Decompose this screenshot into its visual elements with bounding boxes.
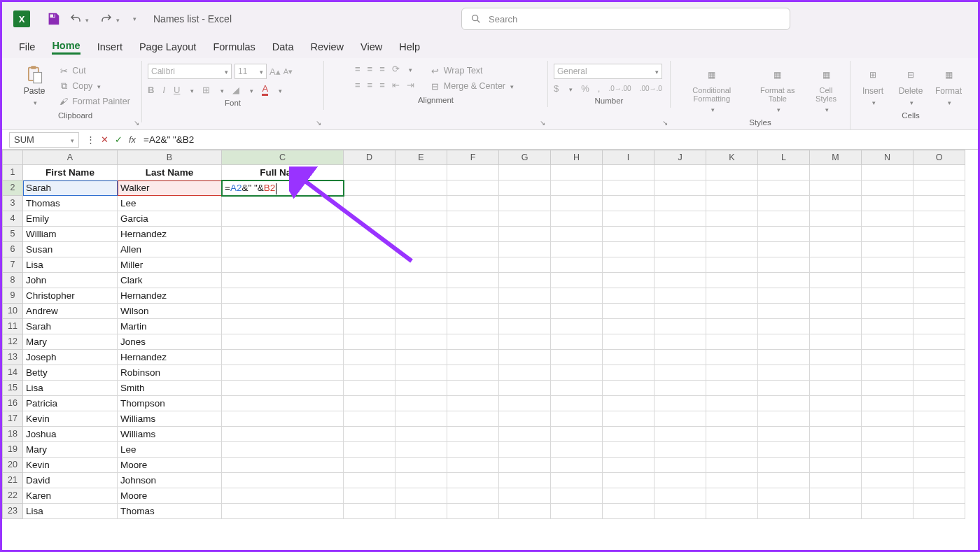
cell-J21[interactable] xyxy=(654,473,706,488)
cell-C15[interactable] xyxy=(222,381,344,396)
font-name-dropdown[interactable]: Calibri xyxy=(148,64,232,79)
cell-A22[interactable]: Karen xyxy=(23,488,118,504)
format-cells-button[interactable]: ▦Format xyxy=(932,64,965,108)
cell-N20[interactable] xyxy=(862,458,913,473)
cell-M17[interactable] xyxy=(810,411,862,427)
cell-J20[interactable] xyxy=(654,458,706,473)
cell-E7[interactable] xyxy=(396,257,447,273)
cell-O4[interactable] xyxy=(913,211,965,227)
cell-I17[interactable] xyxy=(603,411,654,427)
redo-button[interactable] xyxy=(97,11,122,27)
tab-file[interactable]: File xyxy=(19,41,35,52)
cell-G3[interactable] xyxy=(499,196,551,211)
cell-L23[interactable] xyxy=(758,504,810,519)
cell-D23[interactable] xyxy=(344,504,396,519)
cell-D14[interactable] xyxy=(344,365,396,381)
cell-N19[interactable] xyxy=(862,442,913,458)
cell-L3[interactable] xyxy=(758,196,810,211)
cell-D10[interactable] xyxy=(344,304,396,319)
cell-L4[interactable] xyxy=(758,211,810,227)
cell-L15[interactable] xyxy=(758,381,810,396)
row-header-17[interactable]: 17 xyxy=(2,411,23,427)
cell-K11[interactable] xyxy=(706,319,758,334)
cell-I18[interactable] xyxy=(603,427,654,442)
cell-N7[interactable] xyxy=(862,257,913,273)
cell-N4[interactable] xyxy=(862,211,913,227)
increase-font-icon[interactable]: A▴ xyxy=(270,66,281,77)
cell-L9[interactable] xyxy=(758,288,810,304)
cell-A12[interactable]: Mary xyxy=(23,334,118,350)
cell-K9[interactable] xyxy=(706,288,758,304)
cell-O10[interactable] xyxy=(913,304,965,319)
cell-G8[interactable] xyxy=(499,273,551,288)
alignment-dialog-launcher[interactable]: ↘ xyxy=(540,119,545,127)
cell-D21[interactable] xyxy=(344,473,396,488)
cell-C8[interactable] xyxy=(222,273,344,288)
cell-B6[interactable]: Allen xyxy=(118,242,222,257)
cell-E2[interactable] xyxy=(396,181,447,196)
cell-K18[interactable] xyxy=(706,427,758,442)
cell-B15[interactable]: Smith xyxy=(118,381,222,396)
cell-J6[interactable] xyxy=(654,242,706,257)
cell-A23[interactable]: Lisa xyxy=(23,504,118,519)
cell-J4[interactable] xyxy=(654,211,706,227)
cell-D20[interactable] xyxy=(344,458,396,473)
cell-N17[interactable] xyxy=(862,411,913,427)
cell-E23[interactable] xyxy=(396,504,447,519)
cell-D9[interactable] xyxy=(344,288,396,304)
cell-E16[interactable] xyxy=(396,396,447,411)
cell-B7[interactable]: Miller xyxy=(118,257,222,273)
cell-O17[interactable] xyxy=(913,411,965,427)
cell-A18[interactable]: Joshua xyxy=(23,427,118,442)
cell-J8[interactable] xyxy=(654,273,706,288)
cell-N5[interactable] xyxy=(862,227,913,242)
fx-icon[interactable]: fx xyxy=(125,134,139,145)
cell-K8[interactable] xyxy=(706,273,758,288)
cell-I21[interactable] xyxy=(603,473,654,488)
cell-F7[interactable] xyxy=(447,257,499,273)
cell-O23[interactable] xyxy=(913,504,965,519)
cell-H15[interactable] xyxy=(551,381,603,396)
cell-N21[interactable] xyxy=(862,473,913,488)
cell-G6[interactable] xyxy=(499,242,551,257)
align-top-icon[interactable]: ≡ xyxy=(355,64,360,74)
tab-view[interactable]: View xyxy=(360,41,382,52)
cell-N15[interactable] xyxy=(862,381,913,396)
row-header-4[interactable]: 4 xyxy=(2,211,23,227)
cell-G14[interactable] xyxy=(499,365,551,381)
cell-L13[interactable] xyxy=(758,350,810,365)
cell-O2[interactable] xyxy=(913,181,965,196)
cell-F17[interactable] xyxy=(447,411,499,427)
cell-O15[interactable] xyxy=(913,381,965,396)
cell-I13[interactable] xyxy=(603,350,654,365)
cell-J9[interactable] xyxy=(654,288,706,304)
font-dialog-launcher[interactable]: ↘ xyxy=(316,119,321,127)
cell-B3[interactable]: Lee xyxy=(118,196,222,211)
cell-D8[interactable] xyxy=(344,273,396,288)
cell-M20[interactable] xyxy=(810,458,862,473)
cell-E15[interactable] xyxy=(396,381,447,396)
search-box[interactable]: Search xyxy=(461,8,790,30)
number-dialog-launcher[interactable]: ↘ xyxy=(662,119,668,127)
cell-H23[interactable] xyxy=(551,504,603,519)
cell-I2[interactable] xyxy=(603,181,654,196)
format-as-table-button[interactable]: ▦Format as Table xyxy=(752,64,804,115)
tab-formulas[interactable]: Formulas xyxy=(213,41,255,52)
column-header-N[interactable]: N xyxy=(862,150,913,165)
cell-N9[interactable] xyxy=(862,288,913,304)
align-left-icon[interactable]: ≡ xyxy=(355,80,360,90)
cell-F2[interactable] xyxy=(447,181,499,196)
cell-A4[interactable]: Emily xyxy=(23,211,118,227)
cell-C4[interactable] xyxy=(222,211,344,227)
cell-C14[interactable] xyxy=(222,365,344,381)
cell-M23[interactable] xyxy=(810,504,862,519)
cell-N22[interactable] xyxy=(862,488,913,504)
cell-D22[interactable] xyxy=(344,488,396,504)
cell-D5[interactable] xyxy=(344,227,396,242)
cell-K12[interactable] xyxy=(706,334,758,350)
column-header-G[interactable]: G xyxy=(499,150,551,165)
decrease-decimal-button[interactable]: .00→.0 xyxy=(640,85,662,92)
cell-E22[interactable] xyxy=(396,488,447,504)
cell-K20[interactable] xyxy=(706,458,758,473)
cell-N2[interactable] xyxy=(862,181,913,196)
